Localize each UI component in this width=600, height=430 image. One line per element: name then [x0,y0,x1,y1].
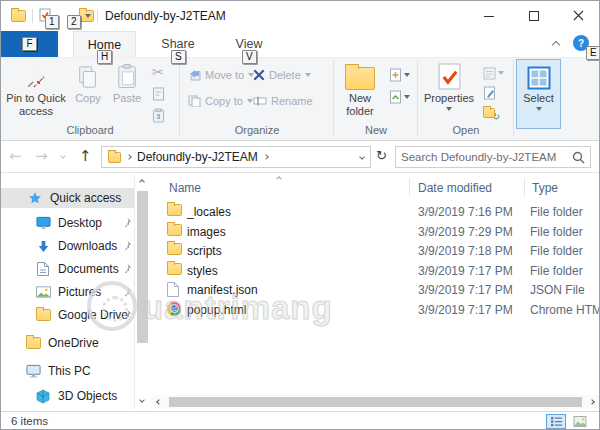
new-folder-icon [345,60,375,90]
new-folder-label: New folder [337,92,383,118]
move-to-label: Move to [205,69,244,81]
horizontal-scrollbar[interactable] [151,395,599,409]
sidebar-item-this-pc[interactable]: This PC [25,361,91,381]
scroll-right-arrow[interactable] [589,399,595,405]
new-item-button[interactable] [389,66,415,84]
file-row[interactable]: manifest.json 3/9/2019 7:17 PM JSON File [151,280,599,300]
column-header-type[interactable]: Type [532,181,558,195]
file-row[interactable]: _locales 3/9/2019 7:16 PM File folder [151,202,599,222]
pin-icon[interactable] [121,263,132,274]
column-divider[interactable] [409,178,410,196]
up-button[interactable]: ↑ [79,147,92,165]
file-date: 3/9/2019 7:17 PM [418,283,513,297]
window-title: Defoundly-by-J2TEAM [105,9,226,23]
minimize-button[interactable] [466,1,511,30]
file-type: File folder [530,264,583,278]
sidebar-item-google-drive[interactable]: Google Drive [35,305,128,325]
close-button[interactable] [556,1,600,30]
breadcrumb-path[interactable]: Defoundly-by-J2TEAM [137,150,258,164]
scroll-up-arrow[interactable] [139,179,145,185]
properties-button[interactable]: Properties [422,60,476,126]
easy-access-button[interactable] [389,88,415,106]
select-grid-icon [527,60,551,90]
copy-button[interactable]: Copy [69,60,107,126]
search-input[interactable] [401,151,572,163]
rename-button[interactable]: Rename [253,92,313,110]
scrollbar-thumb[interactable] [169,397,582,407]
edit-button[interactable] [483,84,501,102]
sidebar-item-documents[interactable]: Documents [35,259,119,279]
explorer-window: 1 2 Defoundly-by-J2TEAM F Home Share Vie… [0,0,600,430]
computer-icon [25,364,41,378]
paste-shortcut-button[interactable] [152,106,170,124]
folder-icon [167,243,182,255]
download-arrow-icon [35,240,51,253]
dropdown-caret [446,107,452,111]
paste-button[interactable]: Paste [107,60,147,126]
forward-button[interactable]: → [35,147,48,165]
sidebar-item-onedrive[interactable]: OneDrive [25,333,99,353]
divider [32,9,33,23]
select-button[interactable]: Select [516,59,561,129]
status-bar: 6 items [1,411,599,430]
search-icon[interactable] [572,151,585,164]
delete-x-icon [253,69,265,81]
sidebar-item-downloads[interactable]: Downloads [35,236,117,256]
refresh-button[interactable]: ↻ [376,148,387,163]
recent-locations-chevron[interactable] [60,153,66,159]
address-bar[interactable]: Defoundly-by-J2TEAM [101,146,371,168]
navigation-bar: ← → ↑ Defoundly-by-J2TEAM ↻ [1,141,599,173]
new-folder-button[interactable]: New folder [337,60,383,126]
sidebar-item-3d-objects[interactable]: 3D Objects [35,386,117,406]
scroll-left-arrow[interactable] [156,399,162,405]
file-row[interactable]: styles 3/9/2019 7:17 PM File folder [151,261,599,281]
file-date: 3/9/2019 7:29 PM [418,225,513,239]
breadcrumb-chevron[interactable] [263,154,269,160]
minimize-ribbon-chevron[interactable] [552,41,560,49]
file-row[interactable]: scripts 3/9/2019 7:18 PM File folder [151,241,599,261]
scroll-down-arrow[interactable] [139,397,145,403]
column-header-name[interactable]: Name [169,181,201,195]
delete-button[interactable]: Delete [253,66,311,84]
sidebar-item-quick-access[interactable]: Quick access [1,188,134,208]
tab-file[interactable]: F [1,31,58,57]
history-button[interactable]: ↻ [483,104,501,122]
sidebar-item-pictures[interactable]: Pictures [35,282,101,302]
paste-shortcut-icon [152,108,165,123]
large-icons-view-button[interactable] [570,414,590,429]
pin-icon[interactable] [121,240,132,251]
sidebar-item-label: Google Drive [58,308,128,322]
rename-label: Rename [271,95,313,107]
pin-icon[interactable] [121,286,132,297]
qat-customize-dropdown[interactable] [85,14,91,18]
address-dropdown-chevron[interactable] [359,154,365,160]
dropdown-caret [498,71,504,75]
sort-ascending-icon [276,176,282,182]
copy-path-icon [152,87,165,101]
file-name: styles [187,264,218,278]
sidebar-item-label: Pictures [58,285,101,299]
pin-icon[interactable] [121,309,132,320]
back-button[interactable]: ← [9,147,22,165]
sidebar-scrollbar[interactable] [134,175,150,409]
column-header-date-modified[interactable]: Date modified [418,181,492,195]
details-view-button[interactable] [546,414,566,429]
sidebar-item-label: 3D Objects [58,389,117,403]
open-button[interactable] [483,64,509,82]
copy-path-button[interactable] [152,85,170,103]
folder-icon [35,309,51,321]
scrollbar-thumb[interactable] [137,191,148,343]
file-row[interactable]: images 3/9/2019 7:29 PM File folder [151,222,599,242]
maximize-button[interactable] [511,1,556,30]
file-row[interactable]: popup.html 3/9/2019 7:17 PM Chrome HTM [151,300,599,320]
pin-icon[interactable] [121,217,132,228]
item-count: 6 items [11,415,48,427]
keytip-share: S [171,50,186,64]
move-to-button[interactable]: Move to [187,66,254,84]
sidebar-item-desktop[interactable]: Desktop [35,213,102,233]
pin-to-quick-access-button[interactable]: Pin to Quick access [5,60,67,126]
column-divider[interactable] [524,178,525,196]
breadcrumb-chevron[interactable] [126,154,132,160]
copy-to-button[interactable]: Copy to [187,92,253,110]
cut-button[interactable]: ✂ [152,63,170,81]
